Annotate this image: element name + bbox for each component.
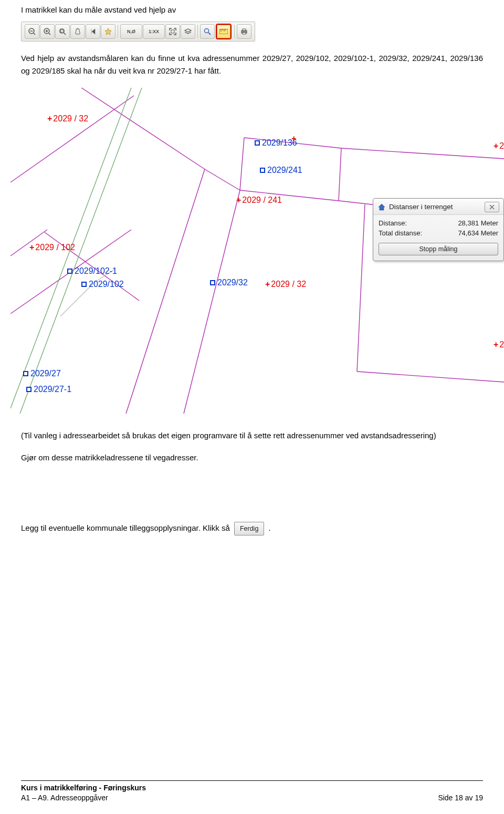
paragraph-4: Legg til eventuelle kommunale tilleggsop… — [21, 522, 483, 535]
map-label-blue: 2029/241 — [260, 166, 302, 175]
zoom-in-icon — [44, 28, 51, 35]
svg-line-26 — [205, 169, 240, 190]
svg-rect-19 — [243, 29, 246, 30]
fit-button[interactable] — [165, 24, 180, 39]
close-icon — [489, 204, 495, 210]
coord-button[interactable]: N,Ø — [120, 24, 142, 39]
toolbar-screenshot: N,Ø 1:XX — [21, 22, 483, 42]
ferdig-button[interactable]: Ferdig — [234, 522, 264, 535]
print-button[interactable] — [237, 24, 251, 39]
svg-line-29 — [339, 148, 341, 201]
zoom-rect-button[interactable] — [55, 24, 70, 39]
house-icon — [377, 203, 386, 211]
hand-icon — [74, 27, 82, 35]
footer-title: Kurs i matrikkelføring - Føringskurs — [21, 783, 483, 794]
fit-icon — [169, 28, 176, 35]
search-button[interactable] — [200, 24, 215, 39]
print-icon — [240, 28, 248, 35]
svg-rect-13 — [219, 29, 228, 34]
svg-line-21 — [10, 96, 134, 182]
svg-line-36 — [184, 190, 240, 414]
home-button[interactable] — [101, 24, 116, 39]
map-label-blue: 2029/32 — [210, 278, 248, 287]
footer-subtitle: A1 – A9. Adresseoppgåver — [21, 793, 108, 803]
map-label-blue: 2029/136 — [255, 138, 297, 148]
svg-line-6 — [49, 33, 50, 35]
search-icon — [204, 28, 211, 35]
map-label-blue: 2029/102 — [81, 280, 124, 289]
paragraph-3: (Til vanleg i adressearbeidet så brukas … — [21, 429, 483, 442]
svg-rect-10 — [171, 30, 174, 33]
back-button[interactable] — [86, 24, 100, 39]
layers-icon — [184, 28, 192, 35]
pan-button[interactable] — [70, 24, 85, 39]
separator — [118, 25, 118, 38]
scale-button[interactable]: 1:XX — [143, 24, 165, 39]
svg-line-2 — [34, 33, 35, 35]
map-label-red: +2029 / 32 — [47, 114, 88, 123]
paragraph-2: Ved hjelp av avstandsmålaren kan du finn… — [21, 52, 483, 77]
distance-dialog: Distanser i terrenget Distanse:28,381 Me… — [373, 198, 504, 261]
map-label-red-cut: +20 — [494, 141, 504, 151]
svg-line-12 — [208, 33, 211, 35]
zoom-rect-icon — [59, 28, 66, 35]
distance-row: Distanse:28,381 Meter — [379, 218, 498, 229]
distance-row: Total distanse:74,634 Meter — [379, 228, 498, 239]
ruler-icon — [219, 29, 228, 34]
separator — [234, 25, 235, 38]
intro-text: I matrikkel kan du måle avstand ved hjel… — [21, 0, 483, 16]
distance-dialog-title: Distanser i terrenget — [389, 203, 453, 211]
close-button[interactable] — [485, 202, 499, 212]
svg-line-34 — [357, 372, 504, 382]
back-icon — [89, 28, 97, 35]
map-label-red: +2029 / 102 — [29, 243, 75, 252]
layers-button[interactable] — [181, 24, 195, 39]
toolbar: N,Ø 1:XX — [21, 22, 255, 42]
svg-rect-20 — [243, 33, 246, 34]
page-footer: Kurs i matrikkelføring - Føringskurs A1 … — [21, 780, 483, 803]
map-label-red: +2029 / 32 — [265, 280, 306, 289]
svg-point-7 — [60, 28, 65, 33]
zoom-out-button[interactable] — [25, 24, 39, 39]
svg-line-33 — [357, 204, 365, 372]
svg-point-11 — [205, 28, 209, 33]
map-label-blue: 2029/27 — [23, 369, 61, 378]
ruler-button[interactable] — [217, 25, 230, 38]
map-label-red: +2029 / 241 — [236, 195, 282, 205]
paragraph-3b: Gjør om desse matrikkeladressene til veg… — [21, 451, 483, 464]
svg-line-9 — [64, 33, 66, 35]
ruler-highlight — [216, 24, 232, 39]
star-icon — [104, 28, 112, 35]
svg-rect-8 — [61, 29, 64, 32]
svg-line-25 — [81, 88, 205, 169]
map-label-red-cut: +20 — [494, 340, 504, 349]
separator — [197, 25, 198, 38]
svg-line-27 — [240, 138, 244, 190]
svg-line-31 — [341, 148, 504, 159]
zoom-out-icon — [28, 28, 36, 35]
map-screenshot: +2029 / 32 +2029 / 241 +2029 / 102 +2029… — [10, 88, 504, 414]
stop-measure-button[interactable]: Stopp måling — [379, 243, 498, 255]
map-label-blue: 2029/102-1 — [67, 266, 117, 276]
footer-pagenum: Side 18 av 19 — [438, 793, 483, 803]
zoom-in-button[interactable] — [40, 24, 55, 39]
map-label-blue: 2029/27-1 — [26, 385, 71, 394]
